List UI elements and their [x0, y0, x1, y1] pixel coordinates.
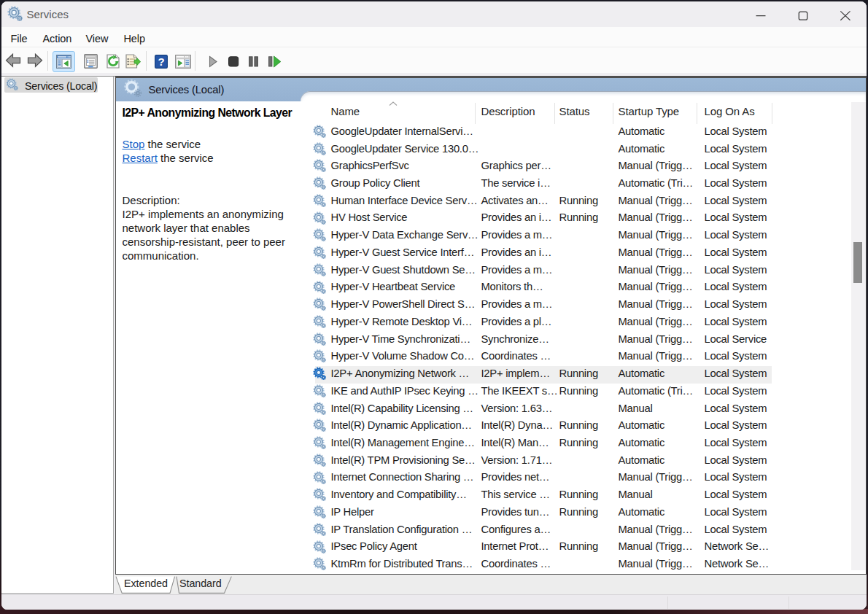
svg-text:?: ?	[158, 55, 164, 68]
